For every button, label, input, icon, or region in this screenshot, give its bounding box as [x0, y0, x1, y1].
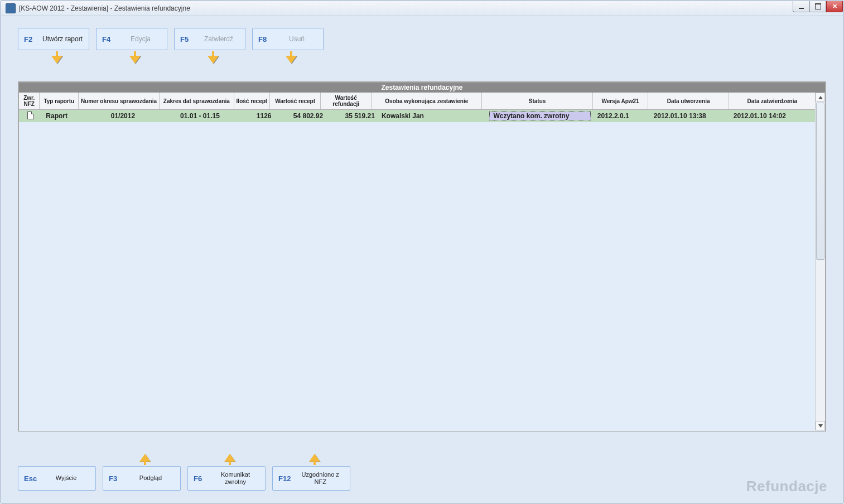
preview-button[interactable]: F3 Podgląd — [103, 466, 181, 491]
fn-key-f4: F4 — [102, 35, 114, 43]
cell-typ: Raport — [42, 110, 83, 122]
grid-header: Zwr. NFZ Typ raportu Numer okresu sprawo… — [19, 93, 816, 110]
work-area: F2 Utwórz raport F4 Edycja F5 Zatwierdź — [6, 20, 838, 498]
fn-key-esc: Esc — [24, 474, 37, 483]
col-data-zatwierdzenia[interactable]: Data zatwierdzenia — [729, 93, 816, 110]
cell-doc-icon — [19, 110, 42, 122]
delete-label: Usuń — [276, 35, 317, 43]
create-report-label: Utwórz raport — [42, 35, 83, 43]
col-zakres-dat[interactable]: Zakres dat sprawozdania — [159, 93, 234, 110]
app-icon — [6, 3, 16, 13]
exit-button[interactable]: Esc Wyjście — [18, 466, 96, 491]
cell-zakres: 01.01 - 01.15 — [163, 110, 237, 122]
edit-label: Edycja — [120, 35, 161, 43]
scroll-thumb[interactable] — [816, 103, 824, 260]
cell-w-refund: 35 519.21 — [326, 110, 378, 122]
status-badge: Wczytano kom. zwrotny — [489, 112, 590, 120]
fn-key-f5: F5 — [180, 35, 192, 43]
scroll-down-button[interactable] — [816, 421, 825, 430]
reports-panel: Zestawienia refundacyjne Zwr. NFZ Typ ra… — [18, 81, 826, 432]
fn-key-f2: F2 — [24, 35, 36, 43]
window-title: [KS-AOW 2012 - Zestawienia] - Zestawieni… — [19, 4, 190, 12]
fn-key-f3: F3 — [109, 474, 121, 483]
fn-key-f6: F6 — [194, 474, 206, 483]
chevron-down-icon — [818, 424, 823, 428]
edit-button[interactable]: F4 Edycja — [96, 28, 167, 50]
agreed-nfz-label: Uzgodniono z NFZ — [296, 471, 344, 486]
fn-key-f8: F8 — [258, 35, 271, 43]
col-osoba[interactable]: Osoba wykonująca zestawienie — [372, 93, 482, 110]
maximize-button[interactable] — [809, 1, 826, 12]
vertical-scrollbar[interactable] — [815, 93, 825, 430]
watermark: Refundacje — [746, 478, 827, 495]
col-status[interactable]: Status — [482, 93, 592, 110]
cell-ilosc: 1126 — [237, 110, 275, 122]
panel-title: Zestawienia refundacyjne — [19, 83, 825, 93]
return-message-button[interactable]: F6 Komunikat zwrotny — [187, 466, 266, 491]
cell-wersja: 2012.2.0.1 — [594, 110, 650, 122]
col-data-utworzenia[interactable]: Data utworzenia — [648, 93, 729, 110]
cell-d-utw: 2012.01.10 13:38 — [650, 110, 730, 122]
maximize-icon — [815, 3, 821, 9]
toolbar-bottom: Esc Wyjście F3 Podgląd F6 Komunikat zwro… — [18, 462, 357, 491]
cell-okres: 01/2012 — [83, 110, 163, 122]
minimize-icon — [799, 8, 804, 9]
cell-osoba: Kowalski Jan — [378, 110, 486, 122]
exit-label: Wyjście — [42, 474, 90, 482]
col-wartosc-recept[interactable]: Wartość recept — [270, 93, 321, 110]
scroll-up-button[interactable] — [816, 93, 825, 102]
titlebar[interactable]: [KS-AOW 2012 - Zestawienia] - Zestawieni… — [1, 1, 843, 16]
table-row[interactable]: Raport 01/2012 01.01 - 01.15 1126 54 802… — [19, 110, 816, 122]
window-controls: ✕ — [793, 1, 843, 12]
chevron-up-icon — [818, 96, 823, 99]
col-typ-raportu[interactable]: Typ raportu — [40, 93, 79, 110]
preview-label: Podgląd — [127, 474, 175, 482]
close-icon: ✕ — [832, 3, 837, 10]
close-button[interactable]: ✕ — [826, 1, 843, 12]
col-wersja[interactable]: Wersja Apw21 — [592, 93, 648, 110]
cell-d-zat: 2012.01.10 14:02 — [730, 110, 816, 122]
create-report-button[interactable]: F2 Utwórz raport — [18, 28, 89, 50]
approve-label: Zatwierdź — [198, 35, 239, 43]
grid-body: Raport 01/2012 01.01 - 01.15 1126 54 802… — [19, 110, 825, 431]
delete-button[interactable]: F8 Usuń — [252, 28, 324, 50]
return-message-label: Komunikat zwrotny — [211, 471, 259, 486]
col-zwr-nfz[interactable]: Zwr. NFZ — [19, 93, 40, 110]
document-icon — [27, 112, 34, 119]
cell-w-recept: 54 802.92 — [274, 110, 326, 122]
agreed-nfz-button[interactable]: F12 Uzgodniono z NFZ — [272, 466, 350, 491]
cell-status: Wczytano kom. zwrotny — [486, 110, 594, 122]
app-window: [KS-AOW 2012 - Zestawienia] - Zestawieni… — [1, 1, 843, 503]
col-wartosc-refundacji[interactable]: Wartość refundacji — [321, 93, 372, 110]
col-ilosc-recept[interactable]: Ilość recept — [234, 93, 269, 110]
fn-key-f12: F12 — [278, 474, 291, 483]
minimize-button[interactable] — [793, 1, 809, 12]
approve-button[interactable]: F5 Zatwierdź — [174, 28, 245, 50]
toolbar-top: F2 Utwórz raport F4 Edycja F5 Zatwierdź — [18, 28, 838, 55]
col-numer-okresu[interactable]: Numer okresu sprawozdania — [79, 93, 160, 110]
